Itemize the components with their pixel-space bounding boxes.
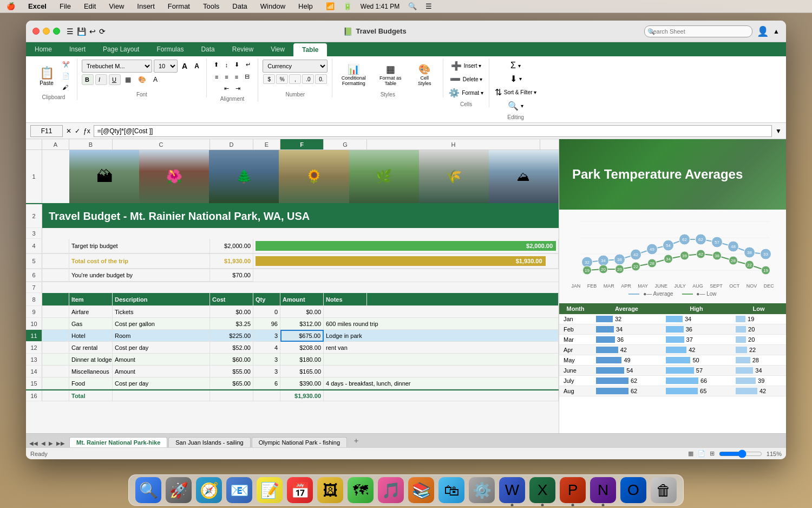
page-break-icon[interactable]: ⊞ [710, 450, 715, 457]
col-G[interactable]: G [324, 139, 367, 149]
cell-B9[interactable]: Airfare [69, 306, 113, 318]
align-middle-button[interactable]: ↕ [222, 60, 231, 70]
fill-color-button[interactable]: 🎨 [135, 74, 149, 85]
cell-B16[interactable]: Total [69, 390, 113, 401]
menu-data[interactable]: Data [230, 2, 249, 10]
cell-A9[interactable] [42, 306, 69, 318]
share-icon[interactable]: 👤 [757, 25, 769, 37]
confirm-formula-icon[interactable]: ✓ [75, 127, 80, 135]
cell-B6[interactable]: You're under budget by [69, 269, 210, 282]
cell-C16[interactable] [113, 390, 210, 401]
decrease-indent-button[interactable]: ⇤ [221, 83, 232, 94]
cell-B8[interactable]: Item [69, 293, 113, 306]
tab-review[interactable]: Review [224, 42, 262, 56]
cell-D14[interactable]: $55.00 [210, 366, 253, 377]
cut-button[interactable]: ✂️ [60, 60, 73, 70]
align-right-button[interactable]: ≡ [232, 71, 241, 82]
cell-G16[interactable] [324, 390, 559, 401]
cell-E9[interactable]: 0 [253, 306, 280, 318]
cell-C13[interactable]: Amount [113, 354, 210, 366]
bold-button[interactable]: B [82, 74, 94, 85]
cell-E15[interactable]: 6 [253, 377, 280, 389]
cell-G12[interactable]: rent van [324, 342, 559, 354]
col-A[interactable]: A [42, 139, 69, 149]
cell-B12[interactable]: Car rental [69, 342, 113, 354]
cell-E12[interactable]: 4 [253, 342, 280, 354]
conditional-formatting-button[interactable]: 📊 Conditional Formatting [337, 62, 370, 87]
dock-outlook[interactable]: O [620, 477, 646, 503]
close-button[interactable] [32, 28, 40, 35]
cell-G10[interactable]: 600 miles round trip [324, 318, 559, 330]
cell-D16[interactable] [210, 390, 253, 401]
col-B[interactable]: B [69, 139, 113, 149]
zoom-slider[interactable] [719, 450, 762, 458]
italic-button[interactable]: I [95, 74, 107, 85]
cell-B11[interactable]: Hotel [69, 330, 113, 342]
dock-excel[interactable]: X [529, 477, 555, 503]
cell-A8[interactable] [42, 293, 69, 306]
cell-G9[interactable] [324, 306, 559, 318]
find-select-button[interactable]: 🔍 ▾ [507, 100, 525, 112]
cell-B15[interactable]: Food [69, 377, 113, 389]
cell-F14[interactable]: $165.00 [280, 366, 324, 377]
cell-B5[interactable]: Total cost of the trip [69, 254, 210, 269]
cell-E4[interactable]: $2,000.00 [253, 239, 559, 253]
menu-view[interactable]: View [107, 2, 126, 10]
cell-D11[interactable]: $225.00 [210, 330, 253, 342]
cell-D6[interactable]: $70.00 [210, 269, 253, 282]
currency-symbol-button[interactable]: $ [263, 74, 275, 84]
cell-D13[interactable]: $60.00 [210, 354, 253, 366]
cell-D9[interactable]: $0.00 [210, 306, 253, 318]
fill-button[interactable]: ⬇ ▾ [509, 73, 523, 85]
dock-books[interactable]: 📚 [408, 477, 434, 503]
insert-row-button[interactable]: ➕ Insert ▾ [450, 60, 483, 72]
normal-view-icon[interactable]: ▦ [688, 450, 693, 457]
cell-A5[interactable] [42, 254, 69, 269]
sheet-tab-rainier[interactable]: Mt. Rainier National Park-hike [69, 437, 167, 447]
sort-filter-button[interactable]: ⇅ Sort & Filter ▾ [494, 86, 538, 99]
cell-B10[interactable]: Gas [69, 318, 113, 330]
merge-button[interactable]: ⊟ [242, 71, 252, 82]
tab-prev-arrow[interactable]: ◀ [40, 439, 47, 447]
cell-A11[interactable] [42, 330, 69, 342]
menu-tools[interactable]: Tools [201, 2, 221, 10]
format-cells-button[interactable]: ⚙️ Format ▾ [448, 87, 484, 99]
dock-mail[interactable]: 📧 [226, 477, 252, 503]
menu-edit[interactable]: Edit [82, 2, 98, 10]
cell-A15[interactable] [42, 377, 69, 389]
cell-F9[interactable]: $0.00 [280, 306, 324, 318]
font-size-select[interactable]: 10 [154, 60, 178, 73]
sidebar-toggle-icon[interactable]: ☰ [67, 27, 74, 36]
tab-insert[interactable]: Insert [61, 42, 94, 56]
col-H[interactable]: H [367, 139, 540, 149]
percent-button[interactable]: % [276, 74, 288, 84]
cell-G14[interactable] [324, 366, 559, 377]
menu-file[interactable]: File [57, 2, 73, 10]
tab-home[interactable]: Home [26, 42, 61, 56]
cell-reference-box[interactable]: F11 [30, 125, 63, 137]
cell-C10[interactable]: Cost per gallon [113, 318, 210, 330]
cell-F10[interactable]: $312.00 [280, 318, 324, 330]
align-center-button[interactable]: ≡ [222, 71, 231, 82]
cell-B13[interactable]: Dinner at lodge [69, 354, 113, 366]
cell-C12[interactable]: Cost per day [113, 342, 210, 354]
add-sheet-button[interactable]: ＋ [348, 434, 364, 447]
dock-music[interactable]: 🎵 [378, 477, 404, 503]
dock-powerpoint[interactable]: P [560, 477, 586, 503]
cell-F15[interactable]: $390.00 [280, 377, 324, 389]
dock-finder[interactable]: 🔍 [135, 477, 161, 503]
font-color-button[interactable]: A [150, 74, 160, 85]
menu-help[interactable]: Help [296, 2, 315, 10]
cell-A13[interactable] [42, 354, 69, 366]
sheet-tab-olympic[interactable]: Olympic National Park - fishing [252, 437, 347, 447]
cell-C14[interactable]: Amount [113, 366, 210, 377]
cell-D15[interactable]: $65.00 [210, 377, 253, 389]
decrease-decimal-button[interactable]: 0. [315, 74, 327, 84]
maximize-button[interactable] [53, 28, 60, 35]
paste-button[interactable]: 📋 Paste [35, 64, 58, 88]
dock-trash[interactable]: 🗑 [651, 477, 677, 503]
autosum-button[interactable]: Σ ▾ [509, 60, 522, 71]
dock-appstore[interactable]: 🛍 [438, 477, 464, 503]
cell-F16[interactable]: $1,930.00 [280, 390, 324, 401]
format-as-table-button[interactable]: ▦ Format as Table [374, 62, 407, 87]
